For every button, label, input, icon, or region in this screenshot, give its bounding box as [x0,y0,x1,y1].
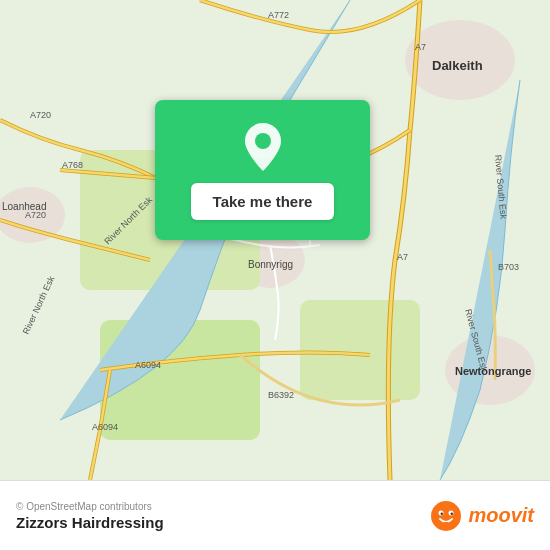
moovit-text: moovit [468,504,534,527]
newtongrange-label: Newtongrange [455,365,531,377]
svg-point-7 [451,512,453,514]
footer: © OpenStreetMap contributors Zizzors Hai… [0,480,550,550]
a6094-label: A6094 [135,360,161,370]
svg-point-2 [255,133,271,149]
field-3 [300,300,420,400]
loanhead-label: Loanhead [2,201,47,212]
footer-info: © OpenStreetMap contributors Zizzors Hai… [16,501,164,531]
map-container: A772 A7 A720 A720 A768 A768 A6094 A6094 … [0,0,550,480]
svg-point-3 [431,501,461,531]
svg-point-6 [441,512,443,514]
dalkeith-label: Dalkeith [432,58,483,73]
location-panel: Take me there [155,100,370,240]
b703-label: B703 [498,262,519,272]
place-name: Zizzors Hairdressing [16,514,164,531]
a7-top-label: A7 [415,42,426,52]
a772-label: A772 [268,10,289,20]
moovit-logo: moovit [430,500,534,532]
osm-attribution: © OpenStreetMap contributors [16,501,164,512]
a7-mid-label: A7 [397,252,408,262]
bonnyrigg-label: Bonnyrigg [248,259,293,270]
b6392-label: B6392 [268,390,294,400]
moovit-logo-icon [430,500,462,532]
a6094-v-label: A6094 [92,422,118,432]
a768-label: A768 [62,160,83,170]
location-pin-icon [241,121,285,173]
a720-label: A720 [30,110,51,120]
take-me-there-button[interactable]: Take me there [191,183,335,220]
